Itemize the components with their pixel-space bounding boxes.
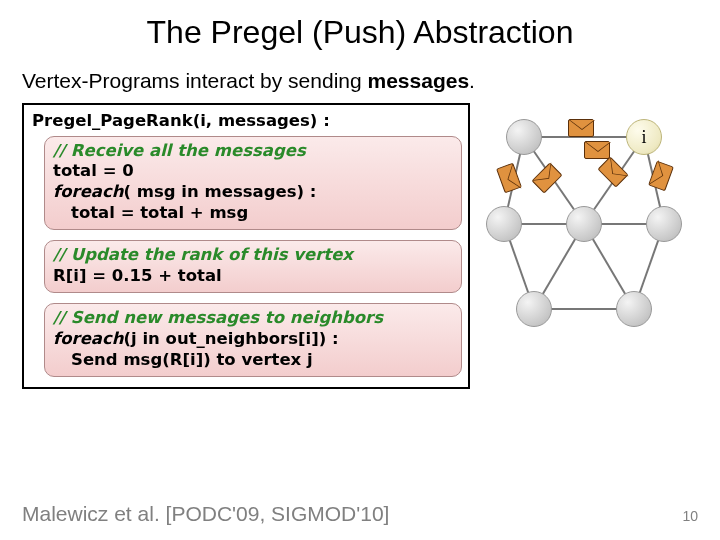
subtitle-end: . — [469, 69, 475, 92]
graph-vertex — [516, 291, 552, 327]
subtitle-text: Vertex-Programs interact by sending — [22, 69, 368, 92]
code-line: R[i] = 0.15 + total — [53, 266, 453, 287]
slide-title: The Pregel (Push) Abstraction — [0, 0, 720, 51]
graph-vertex-i: i — [626, 119, 662, 155]
comment-update: // Update the rank of this vertex — [53, 245, 453, 266]
code-line: total = total + msg — [53, 203, 453, 224]
graph-vertex — [616, 291, 652, 327]
comment-receive: // Receive all the messages — [53, 141, 453, 162]
code-header: Pregel_PageRank(i, messages) : — [30, 111, 462, 132]
graph-vertex — [486, 206, 522, 242]
footer: Malewicz et al. [PODC'09, SIGMOD'10] 10 — [22, 502, 698, 526]
graph-vertex — [506, 119, 542, 155]
page-number: 10 — [682, 508, 698, 524]
code-line: foreach(j in out_neighbors[i]) : — [53, 329, 453, 350]
graph-vertex — [566, 206, 602, 242]
envelope-icon — [584, 141, 610, 159]
envelope-icon — [568, 119, 594, 137]
comment-send: // Send new messages to neighbors — [53, 308, 453, 329]
slide-subtitle: Vertex-Programs interact by sending mess… — [0, 51, 720, 93]
citation: Malewicz et al. [PODC'09, SIGMOD'10] — [22, 502, 389, 526]
code-block-send: // Send new messages to neighbors foreac… — [44, 303, 462, 377]
content-row: Pregel_PageRank(i, messages) : // Receiv… — [0, 93, 720, 389]
code-box: Pregel_PageRank(i, messages) : // Receiv… — [22, 103, 470, 389]
code-line: Send msg(R[i]) to vertex j — [53, 350, 453, 371]
graph-vertex — [646, 206, 682, 242]
code-block-receive: // Receive all the messages total = 0 fo… — [44, 136, 462, 231]
subtitle-bold: messages — [368, 69, 470, 92]
code-line: foreach( msg in messages) : — [53, 182, 453, 203]
code-line: total = 0 — [53, 161, 453, 182]
code-block-update: // Update the rank of this vertex R[i] =… — [44, 240, 462, 293]
graph-diagram: i — [484, 109, 684, 339]
